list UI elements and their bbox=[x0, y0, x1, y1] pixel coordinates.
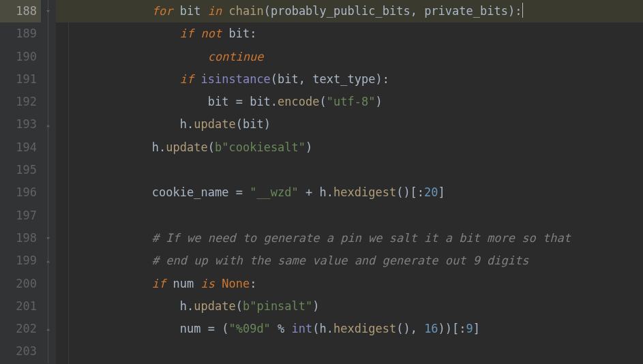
token: ): bbox=[508, 4, 522, 18]
token: : bbox=[250, 277, 256, 290]
token: if bbox=[180, 27, 194, 40]
indent bbox=[68, 50, 208, 63]
token: ( bbox=[264, 4, 271, 18]
token: + bbox=[299, 185, 320, 199]
token: if bbox=[152, 277, 166, 290]
token: h bbox=[180, 117, 187, 131]
token: h bbox=[320, 322, 327, 335]
token: h bbox=[320, 185, 327, 199]
token: 20 bbox=[424, 185, 438, 199]
token: bit bbox=[180, 4, 201, 18]
token: # If we need to generate a pin we salt i… bbox=[152, 231, 571, 245]
indent bbox=[68, 299, 180, 313]
token: % bbox=[271, 322, 292, 335]
code-line[interactable] bbox=[56, 159, 643, 181]
token: bit bbox=[208, 95, 229, 108]
code-line[interactable] bbox=[56, 340, 643, 363]
token: = bbox=[228, 185, 250, 199]
token: not bbox=[201, 27, 222, 40]
token: "utf-8" bbox=[327, 95, 376, 108]
token: 9 bbox=[466, 322, 473, 335]
code-line[interactable]: # end up with the same value and generat… bbox=[56, 249, 643, 272]
code-line[interactable]: cookie_name = "__wzd" + h.hexdigest()[:2… bbox=[56, 181, 643, 204]
code-line[interactable]: if not bit: bbox=[56, 22, 643, 45]
token: = ( bbox=[200, 322, 228, 335]
token: ) bbox=[264, 117, 271, 131]
indent bbox=[68, 140, 152, 154]
token: . bbox=[187, 299, 194, 313]
code-area[interactable]: for bit in chain(probably_public_bits, p… bbox=[56, 0, 643, 364]
token: ( bbox=[236, 299, 243, 313]
code-line[interactable]: if num is None: bbox=[56, 273, 643, 295]
text-caret bbox=[522, 3, 523, 18]
indent bbox=[68, 117, 180, 131]
token: bit bbox=[278, 72, 299, 86]
token: ( bbox=[208, 140, 215, 154]
indent bbox=[68, 27, 180, 40]
line-number-gutter: 1881891901911921931941951961971981992002… bbox=[0, 0, 56, 364]
token: . bbox=[327, 185, 333, 199]
code-line[interactable] bbox=[56, 204, 643, 227]
token: . bbox=[271, 95, 278, 108]
token: b"pinsalt" bbox=[243, 299, 312, 313]
indent bbox=[68, 72, 180, 86]
token: for bbox=[152, 4, 173, 18]
token: int bbox=[292, 322, 313, 335]
token bbox=[194, 277, 200, 290]
code-line[interactable]: h.update(b"pinsalt") bbox=[56, 295, 643, 318]
token: update bbox=[166, 140, 207, 154]
code-line[interactable]: continue bbox=[56, 46, 643, 68]
token: ): bbox=[375, 72, 389, 86]
code-line[interactable]: h.update(b"cookiesalt") bbox=[56, 136, 643, 159]
token: hexdigest bbox=[333, 185, 396, 199]
token: "%09d" bbox=[228, 322, 270, 335]
token bbox=[194, 72, 200, 86]
token: bit: bbox=[228, 27, 256, 40]
token: ) bbox=[312, 299, 319, 313]
indent bbox=[68, 185, 152, 199]
token: chain bbox=[229, 4, 264, 18]
token: = bbox=[228, 95, 250, 108]
code-editor[interactable]: 1881891901911921931941951961971981992002… bbox=[0, 0, 643, 364]
fold-guide-line bbox=[48, 0, 48, 363]
code-line[interactable]: if isinstance(bit, text_type): bbox=[56, 68, 643, 91]
token: ()[: bbox=[396, 185, 424, 199]
token: num bbox=[173, 277, 194, 290]
token: in bbox=[208, 4, 222, 18]
token bbox=[222, 27, 228, 40]
token: cookie_name bbox=[152, 185, 229, 199]
token: # end up with the same value and generat… bbox=[152, 254, 529, 267]
token: ( bbox=[236, 117, 243, 131]
token: h bbox=[152, 140, 159, 154]
token: isinstance bbox=[201, 72, 271, 86]
code-line[interactable]: # If we need to generate a pin we salt i… bbox=[56, 227, 643, 249]
fold-column: ▾▴▾▴▴ bbox=[41, 0, 56, 364]
token: ) bbox=[305, 140, 312, 154]
token bbox=[201, 4, 208, 18]
token bbox=[166, 277, 173, 290]
token: b"cookiesalt" bbox=[215, 140, 305, 154]
token: num bbox=[180, 322, 201, 335]
token: bit bbox=[250, 95, 271, 108]
token: update bbox=[194, 117, 235, 131]
code-line[interactable]: bit = bit.encode("utf-8") bbox=[56, 91, 643, 113]
code-line[interactable]: for bit in chain(probably_public_bits, p… bbox=[56, 0, 643, 22]
token: (), bbox=[396, 322, 424, 335]
code-line[interactable]: num = ("%09d" % int(h.hexdigest(), 16))[… bbox=[56, 318, 643, 340]
token: update bbox=[194, 299, 235, 313]
token: ( bbox=[312, 322, 319, 335]
token bbox=[215, 277, 222, 290]
token: text_type bbox=[312, 72, 375, 86]
token bbox=[222, 4, 228, 18]
token: , bbox=[299, 72, 312, 86]
token bbox=[173, 4, 180, 18]
indent bbox=[68, 277, 152, 290]
code-line[interactable]: h.update(bit) bbox=[56, 113, 643, 136]
token: private_bits bbox=[424, 4, 508, 18]
token: hexdigest bbox=[333, 322, 396, 335]
indent bbox=[68, 95, 208, 108]
token: is bbox=[201, 277, 215, 290]
token: , bbox=[410, 4, 424, 18]
token: encode bbox=[278, 95, 319, 108]
token: ] bbox=[473, 322, 480, 335]
